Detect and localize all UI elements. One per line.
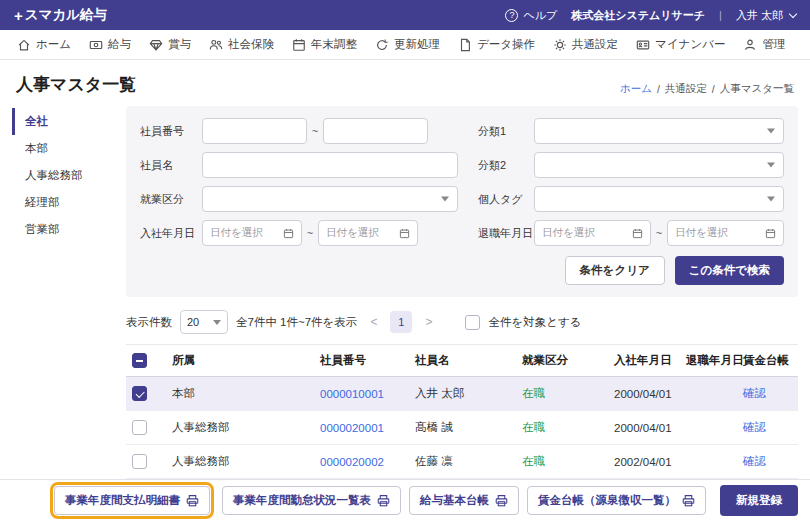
calendar-icon bbox=[632, 228, 643, 239]
nav-item-common-settings[interactable]: 共通設定 bbox=[544, 30, 627, 59]
date-placeholder: 日付を選択 bbox=[542, 226, 595, 240]
nav-label: 賞与 bbox=[168, 37, 191, 52]
personal-tag-label: 個人タグ bbox=[478, 192, 534, 207]
sidebar-item-hr-general[interactable]: 人事総務部 bbox=[12, 162, 116, 189]
sidebar-item-accounting[interactable]: 経理部 bbox=[12, 189, 116, 216]
col-header-employee-no: 社員番号 bbox=[314, 345, 409, 377]
col-header-employee-name: 社員名 bbox=[409, 345, 516, 377]
nav-label: 更新処理 bbox=[394, 37, 440, 52]
app-logo[interactable]: + スマカル給与 bbox=[14, 6, 107, 24]
hire-date-from-picker[interactable]: 日付を選択 bbox=[202, 220, 302, 246]
employee-no-link[interactable]: 0000020002 bbox=[320, 456, 384, 468]
id-card-icon bbox=[636, 38, 650, 52]
user-menu[interactable]: 入井 太郎 bbox=[736, 8, 796, 23]
breadcrumb-home-link[interactable]: ホーム bbox=[620, 82, 652, 96]
sidebar-item-company[interactable]: 全社 bbox=[12, 108, 116, 135]
cell-retire-date bbox=[680, 445, 737, 479]
nav-item-social-insurance[interactable]: 社会保険 bbox=[200, 30, 283, 59]
new-registration-button[interactable]: 新規登録 bbox=[720, 485, 798, 516]
bottom-action-bar: 事業年度間支払明細書 事業年度間勤怠状況一覧表 給与基本台帳 賃金台帳（源泉徴収… bbox=[0, 479, 810, 521]
row-checkbox[interactable] bbox=[132, 386, 147, 401]
nav-item-mynumber[interactable]: マイナンバー bbox=[627, 30, 734, 59]
category2-select[interactable] bbox=[534, 152, 784, 178]
breadcrumb-current: 人事マスタ一覧 bbox=[720, 82, 794, 96]
highlight-annotation: 事業年度間支払明細書 bbox=[50, 482, 214, 519]
filter-actions: 条件をクリア この条件で検索 bbox=[140, 256, 784, 285]
employee-no-link[interactable]: 0000010001 bbox=[320, 388, 384, 400]
col-header-department: 所属 bbox=[166, 345, 314, 377]
employee-no-link[interactable]: 0000020001 bbox=[320, 422, 384, 434]
display-count-label: 表示件数 bbox=[126, 315, 172, 330]
calendar-icon bbox=[765, 228, 776, 239]
help-button[interactable]: ? ヘルプ bbox=[505, 8, 557, 23]
title-bar: 人事マスタ一覧 ホーム / 共通設定 / 人事マスタ一覧 bbox=[0, 60, 810, 106]
ledger-confirm-link[interactable]: 確認 bbox=[743, 387, 766, 399]
cell-hire-date: 2000/04/01 bbox=[608, 377, 680, 411]
retire-date-from-picker[interactable]: 日付を選択 bbox=[534, 220, 651, 246]
category1-select[interactable] bbox=[534, 118, 784, 144]
fiscal-year-attendance-list-button[interactable]: 事業年度間勤怠状況一覧表 bbox=[222, 486, 401, 515]
main-nav: ホーム 給与 賞与 社会保険 年末調整 更新処理 データ操作 共通設定 bbox=[0, 30, 810, 60]
nav-item-bonus[interactable]: 賞与 bbox=[140, 30, 200, 59]
employee-name-label: 社員名 bbox=[140, 158, 202, 173]
col-header-employment: 就業区分 bbox=[516, 345, 608, 377]
cell-employee-name: 佐藤 凛 bbox=[409, 445, 516, 479]
person-icon bbox=[743, 38, 757, 52]
employee-no-from-input[interactable] bbox=[202, 118, 307, 144]
nav-item-salary[interactable]: 給与 bbox=[80, 30, 140, 59]
cell-department: 本部 bbox=[166, 377, 314, 411]
range-tilde: ~ bbox=[651, 227, 667, 239]
category1-label: 分類1 bbox=[478, 124, 534, 139]
button-label: 事業年度間支払明細書 bbox=[65, 493, 180, 508]
result-range-text: 全7件中 1件~7件を表示 bbox=[236, 315, 357, 330]
select-all-checkbox[interactable] bbox=[465, 315, 480, 330]
app-window: + スマカル給与 ? ヘルプ 株式会社システムリサーチ | 入井 太郎 ホーム … bbox=[0, 0, 810, 521]
caret-down-icon bbox=[213, 320, 221, 325]
cell-employee-name: 入井 太郎 bbox=[409, 377, 516, 411]
plus-icon: + bbox=[14, 8, 23, 23]
fiscal-year-payment-statement-button[interactable]: 事業年度間支払明細書 bbox=[54, 486, 210, 515]
nav-item-update[interactable]: 更新処理 bbox=[366, 30, 449, 59]
header-checkbox[interactable] bbox=[132, 353, 147, 368]
ledger-confirm-link[interactable]: 確認 bbox=[743, 455, 766, 467]
printer-icon bbox=[377, 494, 390, 507]
wage-ledger-withholding-button[interactable]: 賃金台帳（源泉徴収一覧） bbox=[527, 486, 706, 515]
cell-hire-date: 2000/04/01 bbox=[608, 411, 680, 445]
nav-item-data-operations[interactable]: データ操作 bbox=[449, 30, 544, 59]
nav-item-home[interactable]: ホーム bbox=[8, 30, 80, 59]
employment-type-label: 就業区分 bbox=[140, 192, 202, 207]
row-checkbox[interactable] bbox=[132, 420, 147, 435]
company-name: 株式会社システムリサーチ bbox=[571, 8, 705, 23]
personal-tag-select[interactable] bbox=[534, 186, 784, 212]
row-checkbox[interactable] bbox=[132, 454, 147, 469]
search-filter-panel: 社員番号 ~ 分類1 社員名 分 bbox=[126, 106, 798, 297]
retire-date-to-picker[interactable]: 日付を選択 bbox=[667, 220, 784, 246]
caret-down-icon bbox=[767, 129, 775, 134]
pagination-current-page[interactable]: 1 bbox=[390, 311, 412, 333]
clear-conditions-button[interactable]: 条件をクリア bbox=[565, 256, 665, 285]
ledger-confirm-link[interactable]: 確認 bbox=[743, 421, 766, 433]
pagination-prev-button[interactable]: < bbox=[365, 315, 382, 329]
nav-label: マイナンバー bbox=[655, 37, 725, 52]
category2-label: 分類2 bbox=[478, 158, 534, 173]
employee-no-to-input[interactable] bbox=[323, 118, 428, 144]
cell-retire-date bbox=[680, 377, 737, 411]
printer-icon bbox=[186, 494, 199, 507]
sidebar-item-headquarters[interactable]: 本部 bbox=[12, 135, 116, 162]
display-count-select[interactable]: 20 bbox=[180, 310, 228, 334]
nav-item-year-end-adjustment[interactable]: 年末調整 bbox=[283, 30, 366, 59]
app-logo-text: スマカル給与 bbox=[25, 6, 107, 24]
cell-department: 人事総務部 bbox=[166, 445, 314, 479]
search-button[interactable]: この条件で検索 bbox=[675, 256, 784, 285]
hire-date-to-picker[interactable]: 日付を選択 bbox=[318, 220, 418, 246]
nav-label: 年末調整 bbox=[311, 37, 357, 52]
display-count-value: 20 bbox=[187, 316, 199, 328]
sidebar-item-sales[interactable]: 営業部 bbox=[12, 216, 116, 243]
employee-no-label: 社員番号 bbox=[140, 124, 202, 139]
salary-basic-ledger-button[interactable]: 給与基本台帳 bbox=[409, 486, 519, 515]
employee-row: 本部 0000010001 入井 太郎 在職 2000/04/01 確認 bbox=[126, 377, 798, 411]
employee-name-input[interactable] bbox=[202, 152, 458, 178]
employment-type-select[interactable] bbox=[202, 186, 458, 212]
pagination-next-button[interactable]: > bbox=[420, 315, 437, 329]
nav-item-admin[interactable]: 管理 bbox=[734, 30, 794, 59]
